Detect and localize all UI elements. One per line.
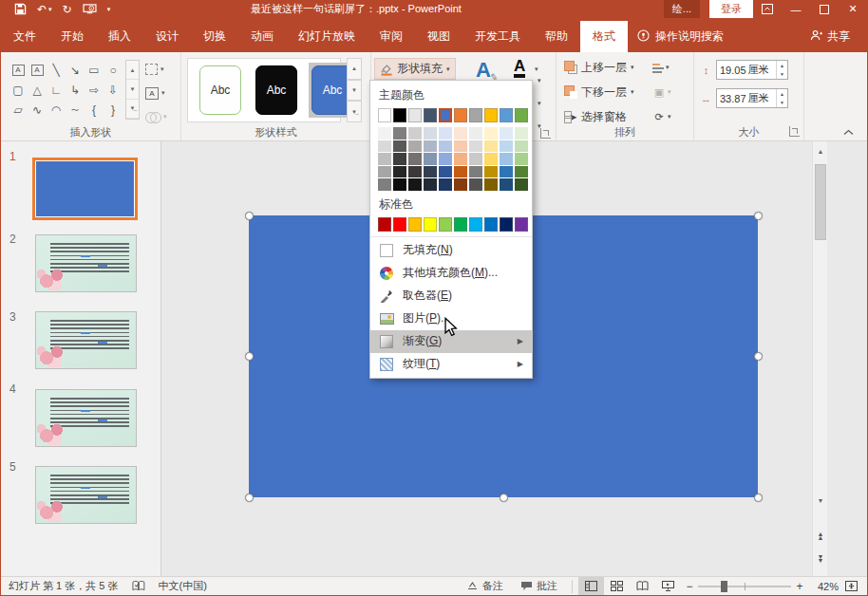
tell-me-search[interactable]: 操作说明搜索 bbox=[628, 21, 733, 52]
tab-slide-show[interactable]: 幻灯片放映 bbox=[286, 21, 368, 52]
width-stepper[interactable]: ▲▼ bbox=[776, 89, 787, 107]
theme-variant-swatch-c3-r3[interactable] bbox=[424, 166, 437, 178]
shape-fill-button[interactable]: 形状填充 ▾ bbox=[374, 58, 456, 80]
theme-variant-swatch-c1-r0[interactable] bbox=[393, 127, 406, 140]
theme-color-swatch-3[interactable] bbox=[424, 108, 437, 122]
minimize-button[interactable]: — bbox=[782, 0, 810, 18]
shape-right-brace-icon[interactable]: } bbox=[104, 100, 123, 120]
styles-more-button[interactable]: ▼̲ bbox=[347, 101, 362, 122]
menu-item-eyedropper[interactable]: 取色器(E) bbox=[370, 285, 532, 307]
theme-variant-swatch-c7-r4[interactable] bbox=[484, 178, 498, 191]
selection-handle-2[interactable] bbox=[754, 212, 763, 220]
tab-view[interactable]: 视图 bbox=[415, 21, 462, 52]
previous-slide-button[interactable]: ▲▲ bbox=[813, 529, 828, 544]
tab-transitions[interactable]: 切换 bbox=[191, 21, 238, 52]
theme-variant-swatch-c2-r2[interactable] bbox=[408, 153, 422, 165]
text-fill-button[interactable]: A bbox=[514, 58, 525, 78]
slide-thumbnail-3[interactable] bbox=[35, 311, 137, 369]
slide-sorter-view-button[interactable] bbox=[604, 577, 630, 595]
theme-variant-swatch-c0-r0[interactable] bbox=[378, 127, 391, 140]
theme-variant-swatch-c0-r2[interactable] bbox=[378, 153, 391, 165]
menu-item-texture[interactable]: 纹理(T)▶ bbox=[370, 353, 532, 376]
slide-thumbnail-4[interactable] bbox=[35, 389, 137, 447]
selection-handle-3[interactable] bbox=[245, 352, 254, 361]
theme-color-swatch-8[interactable] bbox=[500, 108, 513, 122]
theme-color-swatch-9[interactable] bbox=[515, 108, 528, 122]
theme-variant-swatch-c0-r3[interactable] bbox=[378, 166, 391, 178]
shape-elbow-arrow-connector-icon[interactable]: ↳ bbox=[66, 80, 85, 100]
shape-curve-icon[interactable]: ～ bbox=[66, 100, 85, 120]
theme-variant-swatch-c5-r0[interactable] bbox=[454, 127, 467, 140]
text-fill-dropdown[interactable]: ▾ bbox=[538, 77, 541, 100]
size-dialog-launcher[interactable] bbox=[789, 126, 800, 137]
standard-color-swatch-5[interactable] bbox=[454, 217, 467, 232]
shape-left-brace-icon[interactable]: { bbox=[85, 100, 104, 120]
theme-color-swatch-4[interactable] bbox=[439, 108, 452, 122]
theme-variant-swatch-c1-r4[interactable] bbox=[393, 178, 406, 191]
theme-color-swatch-5[interactable] bbox=[454, 108, 467, 122]
tab-file[interactable]: 文件 bbox=[1, 21, 48, 52]
tab-help[interactable]: 帮助 bbox=[533, 21, 580, 52]
fit-slide-to-window-button[interactable] bbox=[842, 581, 867, 591]
theme-color-swatch-1[interactable] bbox=[393, 108, 406, 122]
standard-color-swatch-4[interactable] bbox=[439, 217, 452, 232]
shape-text-box-icon[interactable]: A bbox=[9, 60, 28, 80]
selection-handle-5[interactable] bbox=[245, 494, 254, 502]
shape-isosceles-triangle-icon[interactable]: △ bbox=[28, 80, 47, 100]
standard-color-swatch-7[interactable] bbox=[484, 217, 498, 232]
tab-review[interactable]: 审阅 bbox=[368, 21, 415, 52]
theme-color-swatch-0[interactable] bbox=[378, 108, 391, 122]
slide-thumbnail-2[interactable] bbox=[35, 234, 137, 292]
shape-elbow-connector-icon[interactable]: ∟ bbox=[47, 80, 66, 100]
collapse-ribbon-button[interactable] bbox=[843, 127, 854, 138]
selection-handle-0[interactable] bbox=[245, 212, 254, 220]
theme-variant-swatch-c5-r4[interactable] bbox=[454, 178, 467, 191]
reading-view-button[interactable] bbox=[630, 577, 655, 595]
theme-variant-swatch-c5-r1[interactable] bbox=[454, 140, 467, 153]
shape-freeform-icon[interactable]: ▱ bbox=[9, 100, 28, 120]
align-button[interactable]: ▾ bbox=[652, 58, 670, 77]
ribbon-display-options-button[interactable] bbox=[753, 0, 782, 18]
theme-variant-swatch-c0-r4[interactable] bbox=[378, 178, 391, 191]
theme-variant-swatch-c6-r3[interactable] bbox=[469, 166, 482, 178]
theme-variant-swatch-c9-r4[interactable] bbox=[515, 178, 528, 191]
theme-variant-swatch-c4-r1[interactable] bbox=[439, 140, 452, 153]
theme-variant-swatch-c9-r2[interactable] bbox=[515, 153, 528, 165]
customize-qat-button[interactable]: ▾ bbox=[107, 6, 111, 13]
shape-down-arrow-icon[interactable]: ⇩ bbox=[104, 80, 123, 100]
theme-variant-swatch-c8-r2[interactable] bbox=[500, 153, 513, 165]
theme-variant-swatch-c8-r4[interactable] bbox=[500, 178, 513, 191]
slide-thumbnail-5[interactable] bbox=[35, 466, 137, 524]
styles-up-button[interactable]: ▲ bbox=[347, 58, 362, 80]
tab-developer[interactable]: 开发工具 bbox=[462, 21, 533, 52]
theme-variant-swatch-c4-r0[interactable] bbox=[439, 127, 452, 140]
scrollbar-thumb[interactable] bbox=[815, 164, 826, 240]
tab-format[interactable]: 格式 bbox=[580, 21, 628, 52]
theme-variant-swatch-c7-r1[interactable] bbox=[484, 140, 498, 153]
theme-variant-swatch-c6-r4[interactable] bbox=[469, 178, 482, 191]
shape-rounded-rectangle-icon[interactable]: ▢ bbox=[9, 80, 28, 100]
theme-color-swatch-6[interactable] bbox=[469, 108, 482, 122]
zoom-slider[interactable] bbox=[698, 586, 791, 587]
theme-variant-swatch-c6-r2[interactable] bbox=[469, 153, 482, 165]
merge-shapes-button[interactable]: ▾ bbox=[145, 107, 167, 126]
theme-variant-swatch-c7-r3[interactable] bbox=[484, 166, 498, 178]
shape-line-arrow-icon[interactable]: ↘ bbox=[66, 60, 85, 80]
selection-handle-4[interactable] bbox=[754, 352, 763, 361]
shape-right-arrow-icon[interactable]: ⇨ bbox=[85, 80, 104, 100]
zoom-in-button[interactable]: + bbox=[791, 580, 808, 593]
theme-variant-swatch-c6-r0[interactable] bbox=[469, 127, 482, 140]
next-slide-button[interactable]: ▼▼ bbox=[813, 551, 828, 567]
standard-color-swatch-0[interactable] bbox=[378, 217, 391, 232]
shape-style-1[interactable]: Abc bbox=[197, 63, 244, 118]
theme-variant-swatch-c3-r4[interactable] bbox=[424, 178, 437, 191]
theme-variant-swatch-c2-r3[interactable] bbox=[408, 166, 422, 178]
wordart-dialog-launcher[interactable] bbox=[540, 128, 551, 139]
theme-variant-swatch-c7-r0[interactable] bbox=[484, 127, 498, 140]
slide-thumbnail-1[interactable] bbox=[32, 158, 138, 220]
selection-pane-button[interactable]: ➤ 选择窗格 bbox=[564, 107, 627, 126]
standard-color-swatch-6[interactable] bbox=[469, 217, 482, 232]
share-button[interactable]: 共享 bbox=[801, 21, 867, 52]
zoom-level[interactable]: 42% bbox=[808, 581, 842, 592]
selection-handle-7[interactable] bbox=[754, 494, 763, 502]
